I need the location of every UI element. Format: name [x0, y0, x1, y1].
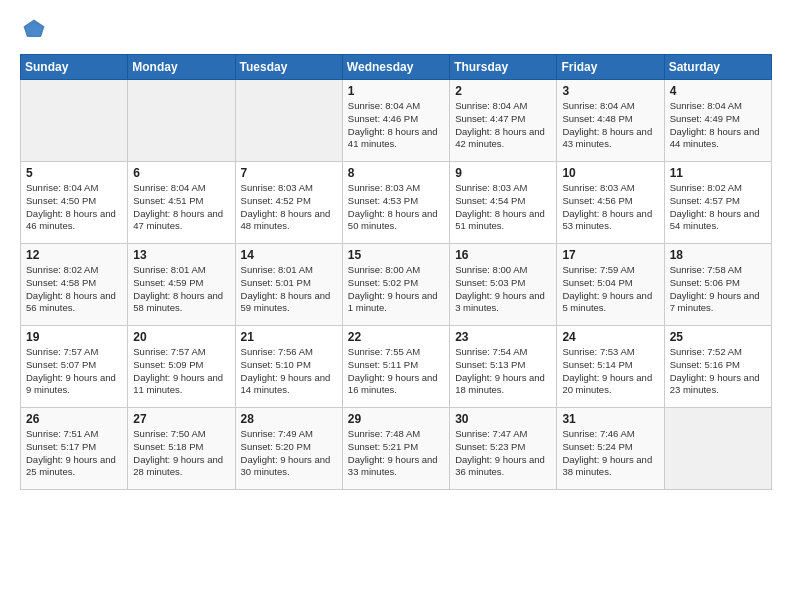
day-number: 13	[133, 248, 229, 262]
day-info: Sunrise: 8:04 AM Sunset: 4:49 PM Dayligh…	[670, 100, 766, 151]
calendar-cell: 25Sunrise: 7:52 AM Sunset: 5:16 PM Dayli…	[664, 326, 771, 408]
calendar-cell: 8Sunrise: 8:03 AM Sunset: 4:53 PM Daylig…	[342, 162, 449, 244]
day-number: 20	[133, 330, 229, 344]
calendar-cell: 24Sunrise: 7:53 AM Sunset: 5:14 PM Dayli…	[557, 326, 664, 408]
weekday-header-friday: Friday	[557, 55, 664, 80]
day-info: Sunrise: 8:03 AM Sunset: 4:56 PM Dayligh…	[562, 182, 658, 233]
day-number: 4	[670, 84, 766, 98]
calendar-cell: 31Sunrise: 7:46 AM Sunset: 5:24 PM Dayli…	[557, 408, 664, 490]
day-info: Sunrise: 7:53 AM Sunset: 5:14 PM Dayligh…	[562, 346, 658, 397]
calendar-cell: 14Sunrise: 8:01 AM Sunset: 5:01 PM Dayli…	[235, 244, 342, 326]
day-info: Sunrise: 7:50 AM Sunset: 5:18 PM Dayligh…	[133, 428, 229, 479]
calendar-cell: 5Sunrise: 8:04 AM Sunset: 4:50 PM Daylig…	[21, 162, 128, 244]
week-row-4: 19Sunrise: 7:57 AM Sunset: 5:07 PM Dayli…	[21, 326, 772, 408]
calendar-cell: 9Sunrise: 8:03 AM Sunset: 4:54 PM Daylig…	[450, 162, 557, 244]
calendar-cell: 7Sunrise: 8:03 AM Sunset: 4:52 PM Daylig…	[235, 162, 342, 244]
day-info: Sunrise: 8:04 AM Sunset: 4:50 PM Dayligh…	[26, 182, 122, 233]
day-info: Sunrise: 7:58 AM Sunset: 5:06 PM Dayligh…	[670, 264, 766, 315]
day-number: 24	[562, 330, 658, 344]
calendar-cell: 1Sunrise: 8:04 AM Sunset: 4:46 PM Daylig…	[342, 80, 449, 162]
day-info: Sunrise: 8:04 AM Sunset: 4:51 PM Dayligh…	[133, 182, 229, 233]
week-row-2: 5Sunrise: 8:04 AM Sunset: 4:50 PM Daylig…	[21, 162, 772, 244]
day-info: Sunrise: 7:55 AM Sunset: 5:11 PM Dayligh…	[348, 346, 444, 397]
weekday-header-saturday: Saturday	[664, 55, 771, 80]
day-info: Sunrise: 7:57 AM Sunset: 5:09 PM Dayligh…	[133, 346, 229, 397]
calendar-cell	[21, 80, 128, 162]
calendar-cell: 19Sunrise: 7:57 AM Sunset: 5:07 PM Dayli…	[21, 326, 128, 408]
week-row-1: 1Sunrise: 8:04 AM Sunset: 4:46 PM Daylig…	[21, 80, 772, 162]
calendar-table: SundayMondayTuesdayWednesdayThursdayFrid…	[20, 54, 772, 490]
week-row-5: 26Sunrise: 7:51 AM Sunset: 5:17 PM Dayli…	[21, 408, 772, 490]
day-info: Sunrise: 7:52 AM Sunset: 5:16 PM Dayligh…	[670, 346, 766, 397]
weekday-header-sunday: Sunday	[21, 55, 128, 80]
day-info: Sunrise: 8:04 AM Sunset: 4:47 PM Dayligh…	[455, 100, 551, 151]
day-number: 16	[455, 248, 551, 262]
day-number: 10	[562, 166, 658, 180]
calendar-cell	[128, 80, 235, 162]
calendar-cell: 28Sunrise: 7:49 AM Sunset: 5:20 PM Dayli…	[235, 408, 342, 490]
day-number: 8	[348, 166, 444, 180]
week-row-3: 12Sunrise: 8:02 AM Sunset: 4:58 PM Dayli…	[21, 244, 772, 326]
calendar-cell: 22Sunrise: 7:55 AM Sunset: 5:11 PM Dayli…	[342, 326, 449, 408]
day-info: Sunrise: 8:02 AM Sunset: 4:58 PM Dayligh…	[26, 264, 122, 315]
day-info: Sunrise: 8:03 AM Sunset: 4:52 PM Dayligh…	[241, 182, 337, 233]
day-number: 9	[455, 166, 551, 180]
day-number: 5	[26, 166, 122, 180]
weekday-header-row: SundayMondayTuesdayWednesdayThursdayFrid…	[21, 55, 772, 80]
calendar-cell: 21Sunrise: 7:56 AM Sunset: 5:10 PM Dayli…	[235, 326, 342, 408]
calendar-cell: 20Sunrise: 7:57 AM Sunset: 5:09 PM Dayli…	[128, 326, 235, 408]
calendar-cell: 16Sunrise: 8:00 AM Sunset: 5:03 PM Dayli…	[450, 244, 557, 326]
day-info: Sunrise: 7:46 AM Sunset: 5:24 PM Dayligh…	[562, 428, 658, 479]
day-number: 17	[562, 248, 658, 262]
day-number: 11	[670, 166, 766, 180]
day-info: Sunrise: 8:01 AM Sunset: 5:01 PM Dayligh…	[241, 264, 337, 315]
calendar-cell: 30Sunrise: 7:47 AM Sunset: 5:23 PM Dayli…	[450, 408, 557, 490]
day-info: Sunrise: 8:04 AM Sunset: 4:46 PM Dayligh…	[348, 100, 444, 151]
day-info: Sunrise: 7:47 AM Sunset: 5:23 PM Dayligh…	[455, 428, 551, 479]
day-number: 23	[455, 330, 551, 344]
day-info: Sunrise: 7:56 AM Sunset: 5:10 PM Dayligh…	[241, 346, 337, 397]
day-number: 26	[26, 412, 122, 426]
day-number: 1	[348, 84, 444, 98]
calendar-cell: 23Sunrise: 7:54 AM Sunset: 5:13 PM Dayli…	[450, 326, 557, 408]
day-number: 27	[133, 412, 229, 426]
weekday-header-wednesday: Wednesday	[342, 55, 449, 80]
day-info: Sunrise: 8:04 AM Sunset: 4:48 PM Dayligh…	[562, 100, 658, 151]
day-info: Sunrise: 8:01 AM Sunset: 4:59 PM Dayligh…	[133, 264, 229, 315]
day-info: Sunrise: 8:03 AM Sunset: 4:54 PM Dayligh…	[455, 182, 551, 233]
day-number: 15	[348, 248, 444, 262]
day-number: 18	[670, 248, 766, 262]
calendar-cell: 12Sunrise: 8:02 AM Sunset: 4:58 PM Dayli…	[21, 244, 128, 326]
header	[20, 16, 772, 44]
day-number: 19	[26, 330, 122, 344]
calendar-cell: 10Sunrise: 8:03 AM Sunset: 4:56 PM Dayli…	[557, 162, 664, 244]
day-number: 14	[241, 248, 337, 262]
calendar-cell: 18Sunrise: 7:58 AM Sunset: 5:06 PM Dayli…	[664, 244, 771, 326]
day-info: Sunrise: 8:02 AM Sunset: 4:57 PM Dayligh…	[670, 182, 766, 233]
calendar-cell: 4Sunrise: 8:04 AM Sunset: 4:49 PM Daylig…	[664, 80, 771, 162]
calendar-cell: 15Sunrise: 8:00 AM Sunset: 5:02 PM Dayli…	[342, 244, 449, 326]
calendar-cell: 27Sunrise: 7:50 AM Sunset: 5:18 PM Dayli…	[128, 408, 235, 490]
calendar-cell: 11Sunrise: 8:02 AM Sunset: 4:57 PM Dayli…	[664, 162, 771, 244]
day-number: 30	[455, 412, 551, 426]
logo	[20, 16, 54, 44]
day-number: 21	[241, 330, 337, 344]
day-number: 7	[241, 166, 337, 180]
day-number: 6	[133, 166, 229, 180]
day-info: Sunrise: 7:59 AM Sunset: 5:04 PM Dayligh…	[562, 264, 658, 315]
day-number: 29	[348, 412, 444, 426]
day-info: Sunrise: 7:57 AM Sunset: 5:07 PM Dayligh…	[26, 346, 122, 397]
day-info: Sunrise: 7:54 AM Sunset: 5:13 PM Dayligh…	[455, 346, 551, 397]
logo-icon	[20, 16, 48, 44]
day-info: Sunrise: 7:51 AM Sunset: 5:17 PM Dayligh…	[26, 428, 122, 479]
day-number: 22	[348, 330, 444, 344]
calendar-cell	[664, 408, 771, 490]
day-info: Sunrise: 7:48 AM Sunset: 5:21 PM Dayligh…	[348, 428, 444, 479]
day-number: 31	[562, 412, 658, 426]
calendar-cell: 3Sunrise: 8:04 AM Sunset: 4:48 PM Daylig…	[557, 80, 664, 162]
calendar-cell: 29Sunrise: 7:48 AM Sunset: 5:21 PM Dayli…	[342, 408, 449, 490]
day-info: Sunrise: 8:03 AM Sunset: 4:53 PM Dayligh…	[348, 182, 444, 233]
day-info: Sunrise: 8:00 AM Sunset: 5:03 PM Dayligh…	[455, 264, 551, 315]
weekday-header-monday: Monday	[128, 55, 235, 80]
day-number: 2	[455, 84, 551, 98]
